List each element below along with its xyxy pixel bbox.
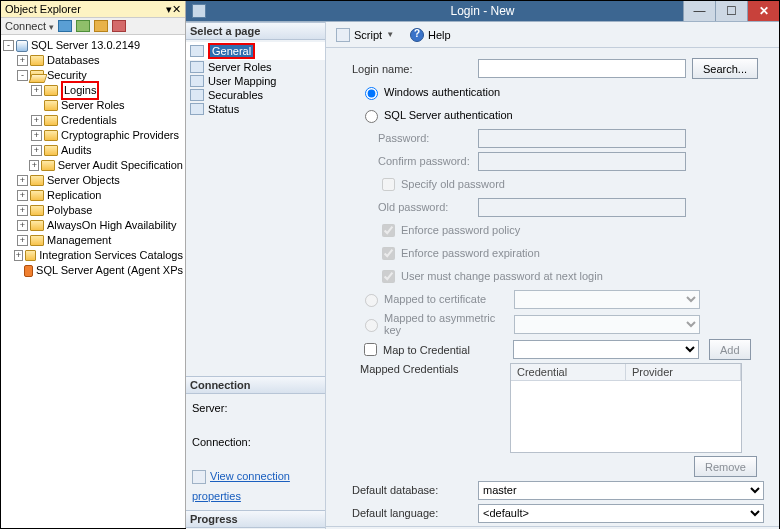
agent-icon (24, 265, 33, 277)
folder-icon (30, 70, 44, 81)
folder-icon (44, 145, 58, 156)
tree-toggle[interactable]: + (17, 175, 28, 186)
folder-icon (41, 160, 54, 171)
filter-icon[interactable] (94, 20, 108, 32)
confirm-password-input (478, 152, 686, 171)
stop-icon[interactable] (112, 20, 126, 32)
folder-icon (30, 220, 44, 231)
tree-server-objects[interactable]: Server Objects (47, 173, 120, 188)
mapped-cert-radio (365, 294, 378, 307)
tree-toggle[interactable]: + (31, 130, 42, 141)
dialog-form-area: Script▼ Help Login name: Search... Windo… (326, 22, 779, 529)
tree-management[interactable]: Management (47, 233, 111, 248)
credential-column-header: Credential (511, 364, 626, 380)
folder-icon (44, 130, 58, 141)
server-node[interactable]: SQL Server 13.0.2149 (31, 38, 140, 53)
page-icon (190, 61, 204, 73)
tree-credentials[interactable]: Credentials (61, 113, 117, 128)
folder-icon (44, 100, 58, 111)
help-button[interactable]: Help (406, 27, 455, 43)
pin-icon[interactable]: ▾✕ (166, 3, 181, 16)
view-connection-properties-link[interactable]: View connection properties (192, 470, 290, 502)
minimize-button[interactable]: — (683, 1, 715, 21)
connection-properties-icon (192, 470, 206, 484)
close-button[interactable]: ✕ (747, 1, 779, 21)
folder-icon (30, 205, 44, 216)
folder-icon (30, 175, 44, 186)
provider-column-header: Provider (626, 364, 741, 380)
windows-auth-label: Windows authentication (384, 86, 500, 98)
old-password-label: Old password: (378, 201, 478, 213)
connection-label: Connection: (192, 432, 319, 452)
confirm-password-label: Confirm password: (378, 155, 478, 167)
tree-isc[interactable]: Integration Services Catalogs (39, 248, 183, 263)
tree-toggle[interactable]: + (17, 55, 28, 66)
progress-header: Progress (186, 510, 325, 528)
map-credential-checkbox[interactable] (364, 343, 377, 356)
folder-icon (25, 250, 36, 261)
script-button[interactable]: Script▼ (332, 27, 398, 43)
tree-toggle[interactable]: - (17, 70, 28, 81)
must-change-checkbox (382, 270, 395, 283)
dialog-left-nav: Select a page General Server Roles User … (186, 22, 326, 529)
connect-button[interactable]: Connect ▾ (5, 20, 54, 32)
page-server-roles[interactable]: Server Roles (186, 60, 325, 74)
tree-toggle[interactable]: + (31, 85, 42, 96)
tree-toggle[interactable]: + (29, 160, 39, 171)
specify-old-password-checkbox (382, 178, 395, 191)
maximize-button[interactable]: ☐ (715, 1, 747, 21)
page-general[interactable]: General (186, 42, 325, 60)
password-label: Password: (378, 132, 478, 144)
connect-icon[interactable] (58, 20, 72, 32)
tree-alwayson[interactable]: AlwaysOn High Availability (47, 218, 176, 233)
enforce-policy-checkbox (382, 224, 395, 237)
enforce-expiration-label: Enforce password expiration (401, 247, 540, 259)
sql-auth-radio[interactable] (365, 110, 378, 123)
object-explorer-tree[interactable]: -SQL Server 13.0.2149 +Databases -Securi… (1, 35, 185, 281)
folder-icon (30, 190, 44, 201)
login-name-input[interactable] (478, 59, 686, 78)
dialog-titlebar[interactable]: Login - New — ☐ ✕ (186, 1, 779, 21)
folder-icon (30, 235, 44, 246)
tree-toggle[interactable]: + (17, 235, 28, 246)
search-button[interactable]: Search... (692, 58, 758, 79)
password-input (478, 129, 686, 148)
tree-agent[interactable]: SQL Server Agent (Agent XPs (36, 263, 183, 278)
specify-old-password-label: Specify old password (401, 178, 505, 190)
tree-toggle[interactable]: + (17, 205, 28, 216)
object-explorer-panel: Object Explorer ▾✕ Connect ▾ -SQL Server… (1, 1, 186, 528)
tree-server-roles[interactable]: Server Roles (61, 98, 125, 113)
tree-toggle[interactable]: + (17, 190, 28, 201)
mapped-cert-select (514, 290, 700, 309)
default-database-select[interactable]: master (478, 481, 764, 500)
refresh-icon[interactable] (76, 20, 90, 32)
login-name-label: Login name: (352, 63, 478, 75)
default-language-select[interactable]: <default> (478, 504, 764, 523)
help-icon (410, 28, 424, 42)
mapped-asym-radio (365, 319, 378, 332)
object-explorer-toolbar: Connect ▾ (1, 18, 185, 35)
script-icon (336, 28, 350, 42)
tree-toggle[interactable]: + (31, 115, 42, 126)
tree-toggle[interactable]: - (3, 40, 14, 51)
map-credential-select[interactable] (513, 340, 699, 359)
page-status[interactable]: Status (186, 102, 325, 116)
windows-auth-radio[interactable] (365, 87, 378, 100)
folder-icon (44, 115, 58, 126)
tree-crypto[interactable]: Cryptographic Providers (61, 128, 179, 143)
tree-audits[interactable]: Audits (61, 143, 92, 158)
object-explorer-title: Object Explorer ▾✕ (1, 1, 185, 18)
tree-replication[interactable]: Replication (47, 188, 101, 203)
page-securables[interactable]: Securables (186, 88, 325, 102)
tree-toggle[interactable]: + (17, 220, 28, 231)
mapped-asym-label: Mapped to asymmetric key (384, 312, 514, 336)
default-database-label: Default database: (352, 484, 478, 496)
tree-toggle[interactable]: + (14, 250, 23, 261)
mapped-credentials-table[interactable]: CredentialProvider (510, 363, 742, 453)
page-user-mapping[interactable]: User Mapping (186, 74, 325, 88)
tree-polybase[interactable]: Polybase (47, 203, 92, 218)
tree-databases[interactable]: Databases (47, 53, 100, 68)
tree-toggle[interactable]: + (31, 145, 42, 156)
tree-sas[interactable]: Server Audit Specification (58, 158, 183, 173)
dialog-system-icon (192, 4, 206, 18)
